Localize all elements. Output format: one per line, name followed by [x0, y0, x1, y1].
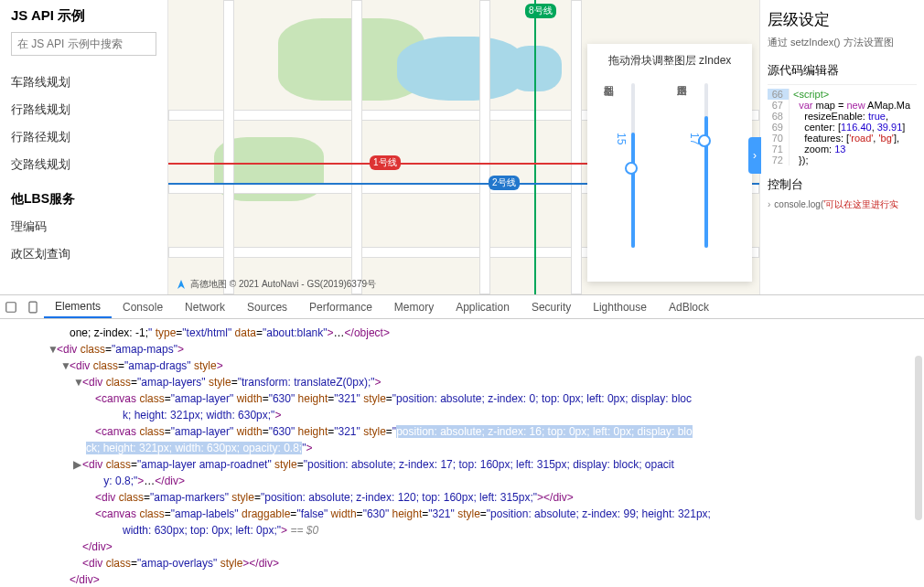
- sidebar-group-item-0[interactable]: 理编码: [11, 213, 156, 240]
- devtools-tab-sources[interactable]: Sources: [236, 295, 298, 318]
- devtools-tab-performance[interactable]: Performance: [298, 295, 383, 318]
- devtools-tab-application[interactable]: Application: [445, 295, 521, 318]
- sidebar-item-3[interactable]: 交路线规划: [11, 151, 156, 178]
- device-icon[interactable]: [22, 301, 44, 314]
- code-line-71[interactable]: 71 zoom: 13: [768, 144, 917, 155]
- dom-node-10[interactable]: <div class="amap-overlays" style></div>: [9, 555, 915, 571]
- slider-track[interactable]: [704, 83, 708, 248]
- zindex-slider-panel: 拖动滑块调整图层 zIndex 基础图层 15 道路图层 17: [587, 44, 752, 282]
- code-line-70[interactable]: 70 features: ['road', 'bg'],: [768, 133, 917, 144]
- slider-thumb[interactable]: [625, 162, 638, 175]
- sidebar-item-2[interactable]: 行路径规划: [11, 123, 156, 151]
- location-icon: [176, 279, 187, 290]
- dom-node-7[interactable]: <div class="amap-markers" style="positio…: [9, 489, 915, 506]
- rail-label-1: 1号线: [370, 155, 401, 170]
- rail-label-8: 8号线: [525, 4, 556, 18]
- dom-node-11[interactable]: </div>: [9, 571, 915, 584]
- dom-node-5[interactable]: <canvas class="amap-layer" width="630" h…: [9, 423, 915, 456]
- devtools-tab-security[interactable]: Security: [521, 295, 582, 318]
- code-editor[interactable]: 66<script>67 var map = new AMap.Ma68 res…: [768, 84, 917, 165]
- panel-subtitle: 通过 setzIndex() 方法设置图: [768, 36, 917, 49]
- collapse-panel-button[interactable]: ›: [748, 137, 761, 174]
- editor-label: 源代码编辑器: [768, 62, 917, 79]
- slider-track[interactable]: [631, 83, 635, 248]
- dom-node-1[interactable]: ▼<div class="amap-maps">: [9, 341, 915, 358]
- right-panel: 层级设定 通过 setzIndex() 方法设置图 源代码编辑器 66<scri…: [759, 0, 924, 294]
- elements-panel[interactable]: one; z-index: -1;" type="text/html" data…: [0, 319, 924, 584]
- code-line-68[interactable]: 68 resizeEnable: true,: [768, 111, 917, 122]
- devtools-tabs: ElementsConsoleNetworkSourcesPerformance…: [0, 295, 924, 319]
- devtools-tab-adblock[interactable]: AdBlock: [658, 295, 720, 318]
- slider-value: 15: [615, 133, 628, 144]
- devtools-tab-elements[interactable]: Elements: [44, 295, 112, 318]
- console-label: 控制台: [768, 176, 917, 193]
- dom-node-3[interactable]: ▼<div class="amap-layers" style="transfo…: [9, 374, 915, 390]
- sidebar: JS API 示例 车路线规划行路线规划行路径规划交路线规划 他LBS服务 理编…: [0, 0, 168, 294]
- rail-label-2: 2号线: [489, 176, 520, 190]
- dom-node-6[interactable]: ▶<div class="amap-layer amap-roadnet" st…: [9, 456, 915, 489]
- devtools-panel: ElementsConsoleNetworkSourcesPerformance…: [0, 294, 924, 587]
- dom-node-2[interactable]: ▼<div class="amap-drags" style>: [9, 358, 915, 374]
- search-input[interactable]: [11, 32, 156, 56]
- code-line-69[interactable]: 69 center: [116.40, 39.91]: [768, 122, 917, 133]
- dom-node-0[interactable]: one; z-index: -1;" type="text/html" data…: [9, 325, 915, 341]
- slider-thumb[interactable]: [698, 134, 711, 147]
- dom-node-8[interactable]: <canvas class="amap-labels" draggable="f…: [9, 506, 915, 539]
- map-canvas[interactable]: 8号线 1号线 2号线 ↖ 高德地图 © 2021 AutoNavi - GS(…: [168, 0, 759, 294]
- panel-title: 层级设定: [768, 9, 917, 30]
- slider-panel-title: 拖动滑块调整图层 zIndex: [596, 53, 743, 69]
- sidebar-title: JS API 示例: [11, 7, 156, 25]
- devtools-tab-lighthouse[interactable]: Lighthouse: [582, 295, 658, 318]
- code-line-72[interactable]: 72 });: [768, 155, 917, 165]
- code-line-67[interactable]: 67 var map = new AMap.Ma: [768, 100, 917, 111]
- inspect-icon[interactable]: [0, 301, 22, 314]
- svg-rect-0: [6, 302, 16, 312]
- devtools-tab-network[interactable]: Network: [174, 295, 236, 318]
- svg-rect-1: [29, 302, 37, 313]
- sidebar-group-item-1[interactable]: 政区划查询: [11, 240, 156, 268]
- code-line-66[interactable]: 66<script>: [768, 89, 917, 100]
- slider-0: 基础图层 15: [598, 78, 669, 270]
- nav-group-lbs: 他LBS服务: [11, 191, 156, 208]
- devtools-tab-memory[interactable]: Memory: [383, 295, 445, 318]
- devtools-tab-console[interactable]: Console: [112, 295, 174, 318]
- sidebar-item-1[interactable]: 行路线规划: [11, 96, 156, 123]
- console-output: ›console.log('可以在这里进行实: [768, 198, 917, 211]
- map-attribution: 高德地图 © 2021 AutoNavi - GS(2019)6379号: [176, 278, 376, 291]
- scrollbar[interactable]: [915, 356, 922, 520]
- sidebar-item-0[interactable]: 车路线规划: [11, 69, 156, 96]
- dom-node-9[interactable]: </div>: [9, 539, 915, 555]
- slider-1: 道路图层 17: [672, 78, 742, 270]
- dom-node-4[interactable]: <canvas class="amap-layer" width="630" h…: [9, 390, 915, 423]
